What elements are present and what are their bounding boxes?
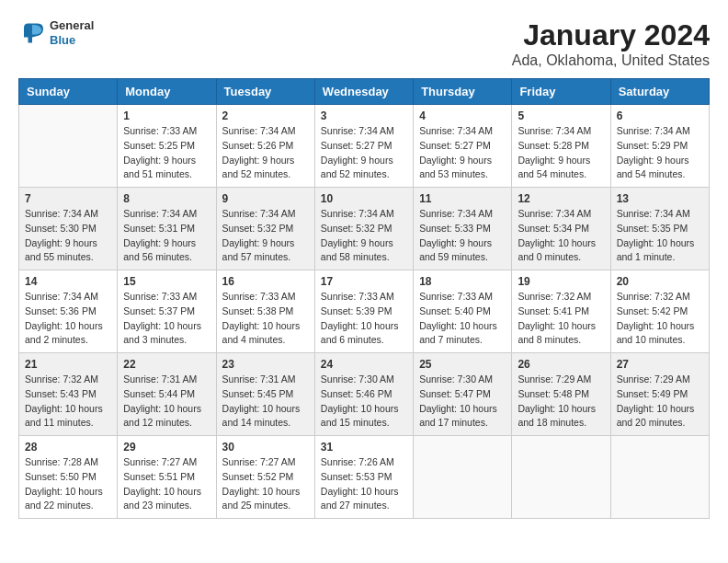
day-info: Sunrise: 7:33 AMSunset: 5:38 PMDaylight:… bbox=[222, 290, 309, 348]
day-number: 20 bbox=[617, 275, 703, 288]
daylight-text: Daylight: 10 hours and 6 minutes. bbox=[321, 320, 399, 346]
calendar-cell: 1Sunrise: 7:33 AMSunset: 5:25 PMDaylight… bbox=[118, 105, 216, 188]
sunset-text: Sunset: 5:28 PM bbox=[518, 140, 589, 151]
calendar-cell bbox=[512, 436, 610, 519]
day-number: 12 bbox=[518, 192, 604, 205]
sunset-text: Sunset: 5:27 PM bbox=[419, 140, 491, 151]
sunrise-text: Sunrise: 7:29 AM bbox=[518, 373, 591, 385]
header-monday: Monday bbox=[118, 79, 216, 105]
day-number: 19 bbox=[518, 275, 604, 288]
day-info: Sunrise: 7:34 AMSunset: 5:34 PMDaylight:… bbox=[518, 207, 604, 265]
sunset-text: Sunset: 5:46 PM bbox=[321, 388, 392, 399]
sunset-text: Sunset: 5:40 PM bbox=[419, 305, 491, 316]
day-number: 7 bbox=[25, 192, 111, 205]
header-wednesday: Wednesday bbox=[314, 79, 413, 105]
logo: General Blue bbox=[18, 18, 94, 47]
sunrise-text: Sunrise: 7:34 AM bbox=[617, 125, 690, 136]
calendar-cell: 10Sunrise: 7:34 AMSunset: 5:32 PMDayligh… bbox=[314, 188, 413, 270]
calendar-cell bbox=[610, 436, 709, 519]
calendar-cell: 24Sunrise: 7:30 AMSunset: 5:46 PMDayligh… bbox=[314, 353, 413, 436]
logo-text: General Blue bbox=[50, 18, 94, 47]
sunrise-text: Sunrise: 7:26 AM bbox=[321, 456, 394, 467]
calendar-cell: 3Sunrise: 7:34 AMSunset: 5:27 PMDaylight… bbox=[314, 105, 413, 188]
daylight-text: Daylight: 9 hours and 51 minutes. bbox=[123, 155, 196, 180]
calendar-cell: 31Sunrise: 7:26 AMSunset: 5:53 PMDayligh… bbox=[314, 436, 413, 519]
daylight-text: Daylight: 9 hours and 54 minutes. bbox=[617, 155, 689, 180]
daylight-text: Daylight: 10 hours and 2 minutes. bbox=[25, 320, 103, 346]
header-thursday: Thursday bbox=[414, 79, 512, 105]
sunset-text: Sunset: 5:34 PM bbox=[518, 223, 589, 234]
day-number: 24 bbox=[321, 358, 407, 371]
daylight-text: Daylight: 10 hours and 15 minutes. bbox=[321, 403, 399, 429]
week-row-1: 1Sunrise: 7:33 AMSunset: 5:25 PMDaylight… bbox=[19, 105, 710, 188]
calendar-cell: 19Sunrise: 7:32 AMSunset: 5:41 PMDayligh… bbox=[512, 270, 610, 353]
sunrise-text: Sunrise: 7:27 AM bbox=[123, 456, 197, 467]
day-number: 31 bbox=[321, 441, 407, 454]
day-number: 26 bbox=[518, 358, 604, 371]
day-number: 5 bbox=[518, 109, 604, 122]
day-info: Sunrise: 7:33 AMSunset: 5:25 PMDaylight:… bbox=[123, 124, 210, 182]
sunset-text: Sunset: 5:53 PM bbox=[321, 471, 392, 482]
sunrise-text: Sunrise: 7:34 AM bbox=[518, 125, 591, 136]
day-info: Sunrise: 7:34 AMSunset: 5:36 PMDaylight:… bbox=[25, 290, 111, 348]
sunrise-text: Sunrise: 7:30 AM bbox=[321, 373, 394, 385]
sunrise-text: Sunrise: 7:34 AM bbox=[518, 208, 591, 219]
day-number: 11 bbox=[419, 192, 506, 205]
day-number: 4 bbox=[419, 109, 506, 122]
calendar-cell: 23Sunrise: 7:31 AMSunset: 5:45 PMDayligh… bbox=[216, 353, 314, 436]
daylight-text: Daylight: 10 hours and 20 minutes. bbox=[617, 403, 695, 429]
sunrise-text: Sunrise: 7:34 AM bbox=[617, 208, 690, 219]
day-number: 14 bbox=[25, 275, 111, 288]
day-info: Sunrise: 7:29 AMSunset: 5:49 PMDaylight:… bbox=[617, 373, 703, 431]
daylight-text: Daylight: 10 hours and 4 minutes. bbox=[222, 320, 301, 346]
day-info: Sunrise: 7:33 AMSunset: 5:37 PMDaylight:… bbox=[123, 290, 210, 348]
day-number: 15 bbox=[123, 275, 210, 288]
sunset-text: Sunset: 5:51 PM bbox=[123, 471, 195, 482]
calendar-cell: 8Sunrise: 7:34 AMSunset: 5:31 PMDaylight… bbox=[118, 188, 216, 270]
daylight-text: Daylight: 10 hours and 18 minutes. bbox=[518, 403, 596, 429]
sunset-text: Sunset: 5:48 PM bbox=[518, 388, 589, 399]
sunset-text: Sunset: 5:32 PM bbox=[321, 223, 392, 234]
calendar-cell: 7Sunrise: 7:34 AMSunset: 5:30 PMDaylight… bbox=[19, 188, 118, 270]
sunset-text: Sunset: 5:42 PM bbox=[617, 305, 688, 316]
daylight-text: Daylight: 10 hours and 3 minutes. bbox=[123, 320, 201, 346]
day-number: 16 bbox=[222, 275, 309, 288]
day-info: Sunrise: 7:26 AMSunset: 5:53 PMDaylight:… bbox=[321, 455, 407, 513]
day-number: 9 bbox=[222, 192, 309, 205]
sunrise-text: Sunrise: 7:34 AM bbox=[222, 125, 296, 136]
daylight-text: Daylight: 10 hours and 23 minutes. bbox=[123, 486, 201, 511]
week-row-5: 28Sunrise: 7:28 AMSunset: 5:50 PMDayligh… bbox=[19, 436, 710, 519]
calendar-cell: 6Sunrise: 7:34 AMSunset: 5:29 PMDaylight… bbox=[610, 105, 709, 188]
sunset-text: Sunset: 5:36 PM bbox=[25, 305, 97, 316]
sunrise-text: Sunrise: 7:31 AM bbox=[123, 373, 197, 385]
calendar-cell: 14Sunrise: 7:34 AMSunset: 5:36 PMDayligh… bbox=[19, 270, 118, 353]
calendar-cell: 26Sunrise: 7:29 AMSunset: 5:48 PMDayligh… bbox=[512, 353, 610, 436]
sunset-text: Sunset: 5:41 PM bbox=[518, 305, 589, 316]
sunrise-text: Sunrise: 7:28 AM bbox=[25, 456, 98, 467]
day-number: 27 bbox=[617, 358, 703, 371]
week-row-4: 21Sunrise: 7:32 AMSunset: 5:43 PMDayligh… bbox=[19, 353, 710, 436]
day-info: Sunrise: 7:34 AMSunset: 5:29 PMDaylight:… bbox=[617, 124, 703, 182]
sunset-text: Sunset: 5:33 PM bbox=[419, 223, 491, 234]
sunrise-text: Sunrise: 7:33 AM bbox=[123, 291, 197, 302]
calendar-table: SundayMondayTuesdayWednesdayThursdayFrid… bbox=[18, 78, 710, 519]
sunrise-text: Sunrise: 7:32 AM bbox=[617, 291, 690, 302]
daylight-text: Daylight: 9 hours and 52 minutes. bbox=[321, 155, 393, 180]
sunset-text: Sunset: 5:31 PM bbox=[123, 223, 195, 234]
week-row-3: 14Sunrise: 7:34 AMSunset: 5:36 PMDayligh… bbox=[19, 270, 710, 353]
title-block: January 2024 Ada, Oklahoma, United State… bbox=[512, 18, 710, 69]
calendar-cell: 30Sunrise: 7:27 AMSunset: 5:52 PMDayligh… bbox=[216, 436, 314, 519]
sunset-text: Sunset: 5:29 PM bbox=[617, 140, 688, 151]
sunrise-text: Sunrise: 7:27 AM bbox=[222, 456, 296, 467]
daylight-text: Daylight: 10 hours and 7 minutes. bbox=[419, 320, 497, 346]
daylight-text: Daylight: 9 hours and 55 minutes. bbox=[25, 237, 97, 263]
sunrise-text: Sunrise: 7:34 AM bbox=[419, 125, 493, 136]
daylight-text: Daylight: 10 hours and 0 minutes. bbox=[518, 237, 596, 263]
sunset-text: Sunset: 5:35 PM bbox=[617, 223, 688, 234]
weekday-header-row: SundayMondayTuesdayWednesdayThursdayFrid… bbox=[19, 79, 710, 105]
sunset-text: Sunset: 5:49 PM bbox=[617, 388, 688, 399]
sunrise-text: Sunrise: 7:32 AM bbox=[518, 291, 591, 302]
daylight-text: Daylight: 10 hours and 27 minutes. bbox=[321, 486, 399, 511]
calendar-cell: 16Sunrise: 7:33 AMSunset: 5:38 PMDayligh… bbox=[216, 270, 314, 353]
sunset-text: Sunset: 5:30 PM bbox=[25, 223, 97, 234]
